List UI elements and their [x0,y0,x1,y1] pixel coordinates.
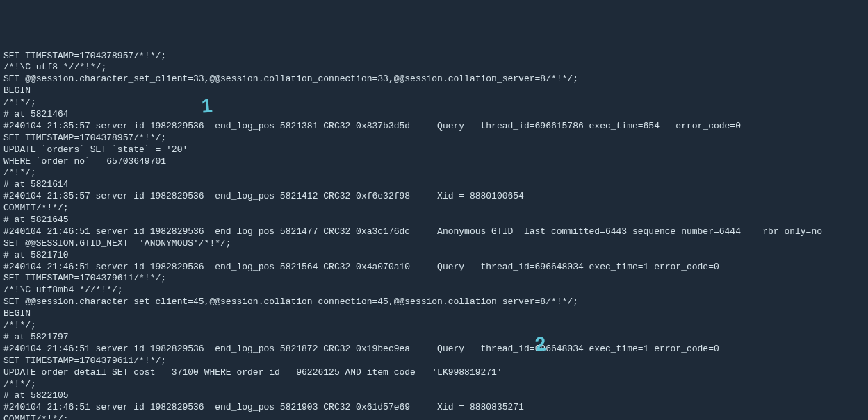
log-line: SET @@SESSION.GTID_NEXT= 'ANONYMOUS'/*!*… [3,238,865,250]
log-line: #240104 21:35:57 server id 1982829536 en… [3,121,865,133]
log-line: /*!*/; [3,379,865,391]
log-line: /*!\C utf8mb4 *//*!*/; [3,285,865,296]
log-line: /*!\C utf8 *//*!*/; [3,62,865,74]
log-line: # at 5821710 [3,250,865,262]
log-line: /*!*/; [3,320,865,332]
log-line: COMMIT/*!*/; [3,414,865,420]
handwritten-annotation-2: 2 [534,331,547,358]
log-line: # at 5822105 [3,390,865,402]
log-line: #240104 21:46:51 server id 1982829536 en… [3,226,865,238]
log-line: COMMIT/*!*/; [3,203,865,215]
log-line: WHERE `order_no` = 65703649701 [3,156,865,168]
log-line: BEGIN [3,85,865,97]
log-line: # at 5821645 [3,215,865,226]
log-line: SET @@session.character_set_client=45,@@… [3,296,865,308]
log-line: UPDATE `orders` SET `state` = '20' [3,144,865,156]
log-line: SET TIMESTAMP=1704378957/*!*/; [3,133,865,144]
log-line: #240104 21:46:51 server id 1982829536 en… [3,262,865,274]
log-line: BEGIN [3,308,865,320]
log-line: UPDATE order_detail SET cost = 37100 WHE… [3,367,865,379]
log-line: # at 5821797 [3,332,865,344]
handwritten-annotation-1: 1 [200,93,213,119]
log-line: # at 5821464 [3,109,865,121]
log-line: SET TIMESTAMP=1704378957/*!*/; [3,51,865,62]
log-line: #240104 21:46:51 server id 1982829536 en… [3,402,865,414]
terminal-output: SET TIMESTAMP=1704378957/*!*/;/*!\C utf8… [3,51,865,420]
log-line: SET TIMESTAMP=1704379611/*!*/; [3,355,865,367]
log-line: SET @@session.character_set_client=33,@@… [3,74,865,85]
log-line: /*!*/; [3,97,865,109]
log-line: SET TIMESTAMP=1704379611/*!*/; [3,273,865,285]
log-line: /*!*/; [3,167,865,179]
log-line: #240104 21:46:51 server id 1982829536 en… [3,344,865,355]
log-line: # at 5821614 [3,179,865,191]
log-line: #240104 21:35:57 server id 1982829536 en… [3,191,865,203]
